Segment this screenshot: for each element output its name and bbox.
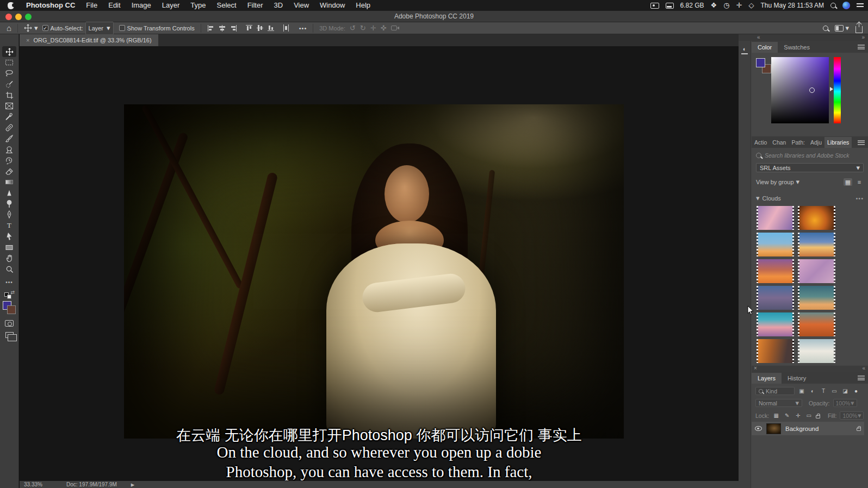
- lock-all-icon[interactable]: [816, 415, 820, 418]
- crop-tool[interactable]: [2, 90, 16, 101]
- screen-record-icon[interactable]: [650, 3, 659, 9]
- share-icon[interactable]: [855, 26, 863, 33]
- dodge-tool[interactable]: [2, 198, 16, 209]
- filter-smart-object-icon[interactable]: ◪: [841, 388, 849, 394]
- path-selection-tool[interactable]: [2, 231, 16, 242]
- collapse-panels-icon[interactable]: «: [757, 34, 760, 40]
- menu-layer[interactable]: Layer: [157, 0, 185, 11]
- tab-color[interactable]: Color: [752, 42, 778, 53]
- asset-thumbnail[interactable]: [798, 206, 835, 230]
- eraser-tool[interactable]: [2, 166, 16, 177]
- accessibility-icon[interactable]: ✛: [736, 0, 742, 11]
- history-brush-tool[interactable]: [2, 155, 16, 166]
- menu-3d[interactable]: 3D: [269, 0, 289, 11]
- zoom-level-field[interactable]: 33.33%: [24, 481, 52, 487]
- zoom-tool[interactable]: [2, 264, 16, 274]
- rectangle-tool[interactable]: [2, 242, 16, 253]
- tab-paths[interactable]: Path:: [789, 137, 808, 148]
- expand-panels-icon[interactable]: »: [861, 34, 865, 40]
- layer-row-background[interactable]: Background: [752, 422, 864, 435]
- menu-filter[interactable]: Filter: [242, 0, 269, 11]
- tab-history[interactable]: History: [782, 373, 812, 384]
- menu-image[interactable]: Image: [126, 0, 157, 11]
- asset-thumbnail[interactable]: [798, 233, 835, 256]
- auto-select-checkbox[interactable]: ✓ Auto-Select:: [40, 25, 85, 32]
- tab-actions[interactable]: Actio: [752, 137, 770, 148]
- rectangular-marquee-tool[interactable]: [2, 57, 16, 68]
- library-collection-dropdown[interactable]: SRL Assets ▾: [756, 163, 864, 172]
- chevron-down-icon[interactable]: ▾: [796, 177, 800, 187]
- search-icon[interactable]: [823, 26, 828, 31]
- notification-center-icon[interactable]: [857, 3, 864, 8]
- 3d-pan-icon[interactable]: ✛: [368, 23, 379, 34]
- menu-select[interactable]: Select: [211, 0, 241, 11]
- quick-selection-tool[interactable]: [2, 79, 16, 90]
- align-v-center-button[interactable]: [255, 24, 265, 32]
- more-options-icon[interactable]: •••: [297, 25, 309, 32]
- properties-panel-icon[interactable]: ◐: [741, 46, 748, 53]
- gradient-tool[interactable]: [2, 177, 16, 187]
- distribute-h-button[interactable]: [281, 24, 292, 32]
- panel-menu-icon[interactable]: [858, 45, 865, 49]
- 3d-slide-icon[interactable]: ✜: [379, 23, 389, 34]
- libraries-search-input[interactable]: Search libraries and Adobe Stock: [756, 152, 864, 159]
- align-bottom-button[interactable]: [265, 24, 276, 32]
- home-icon[interactable]: ⌂: [4, 23, 14, 34]
- color-picker-ring[interactable]: [809, 87, 815, 93]
- menu-help[interactable]: Help: [350, 0, 376, 11]
- clone-stamp-tool[interactable]: [2, 144, 16, 155]
- filter-pixel-layers-icon[interactable]: ▣: [798, 388, 805, 394]
- filter-shape-layers-icon[interactable]: ▭: [830, 388, 838, 394]
- fill-field[interactable]: 100% ▾: [840, 411, 864, 420]
- default-colors-icon[interactable]: ⇄: [4, 291, 14, 298]
- tab-swatches[interactable]: Swatches: [778, 42, 816, 53]
- show-transform-checkbox[interactable]: Show Transform Controls: [117, 25, 197, 32]
- asset-thumbnail[interactable]: [798, 312, 835, 336]
- blend-mode-dropdown[interactable]: Normal ▾: [755, 399, 802, 407]
- canvas[interactable]: 在云端 无论你在哪里打开Photoshop 你都可以访问它们 事实上 On th…: [20, 46, 739, 481]
- align-left-button[interactable]: [205, 25, 216, 32]
- tab-channels[interactable]: Chan: [770, 137, 789, 148]
- asset-thumbnail[interactable]: [798, 259, 835, 283]
- document-tab[interactable]: × ORG_DSC08814-Edit.tif @ 33.3% (RGB/16): [20, 34, 158, 46]
- filter-toggle-icon[interactable]: ●: [852, 388, 860, 394]
- dropbox-icon[interactable]: ❖: [711, 0, 717, 11]
- align-h-center-button[interactable]: [216, 25, 228, 32]
- close-panel-icon[interactable]: ×: [754, 365, 757, 371]
- display-icon[interactable]: [666, 3, 674, 9]
- hue-slider[interactable]: [834, 57, 841, 123]
- layer-thumbnail[interactable]: [766, 423, 781, 434]
- hand-tool[interactable]: [2, 253, 16, 264]
- tab-libraries[interactable]: Libraries: [824, 137, 852, 148]
- asset-thumbnail[interactable]: [757, 339, 794, 363]
- sharpen-tool[interactable]: [2, 187, 16, 198]
- hue-slider-marker[interactable]: [830, 87, 833, 91]
- asset-thumbnail[interactable]: [757, 233, 794, 256]
- filter-type-layers-icon[interactable]: T: [820, 388, 827, 394]
- workspace-switcher[interactable]: ▾: [835, 23, 849, 34]
- clouds-group-header[interactable]: ▾ Clouds •••: [756, 193, 864, 204]
- menu-view[interactable]: View: [288, 0, 314, 11]
- 3d-orbit-icon[interactable]: ↺: [348, 23, 358, 34]
- asset-thumbnail[interactable]: [757, 286, 794, 310]
- asset-thumbnail[interactable]: [757, 259, 794, 283]
- frame-tool[interactable]: [2, 101, 16, 111]
- panel-menu-icon[interactable]: [858, 140, 865, 145]
- spot-healing-brush-tool[interactable]: [2, 122, 16, 133]
- close-tab-icon[interactable]: ×: [26, 37, 29, 43]
- screen-mode-button[interactable]: [5, 332, 14, 338]
- type-tool[interactable]: T: [2, 220, 16, 231]
- filter-kind-dropdown[interactable]: Kind: [755, 387, 795, 395]
- align-top-button[interactable]: [244, 24, 255, 32]
- time-machine-icon[interactable]: ◷: [723, 0, 729, 11]
- lock-position-icon[interactable]: ✛: [794, 412, 802, 418]
- brush-tool[interactable]: [2, 133, 16, 144]
- pen-tool[interactable]: [2, 209, 16, 220]
- tab-layers[interactable]: Layers: [752, 373, 782, 384]
- menu-window[interactable]: Window: [314, 0, 350, 11]
- move-tool[interactable]: [2, 46, 16, 57]
- menu-edit[interactable]: Edit: [103, 0, 126, 11]
- wifi-icon[interactable]: ◇: [748, 0, 754, 11]
- quick-mask-button[interactable]: [5, 320, 14, 327]
- lasso-tool[interactable]: [2, 68, 16, 79]
